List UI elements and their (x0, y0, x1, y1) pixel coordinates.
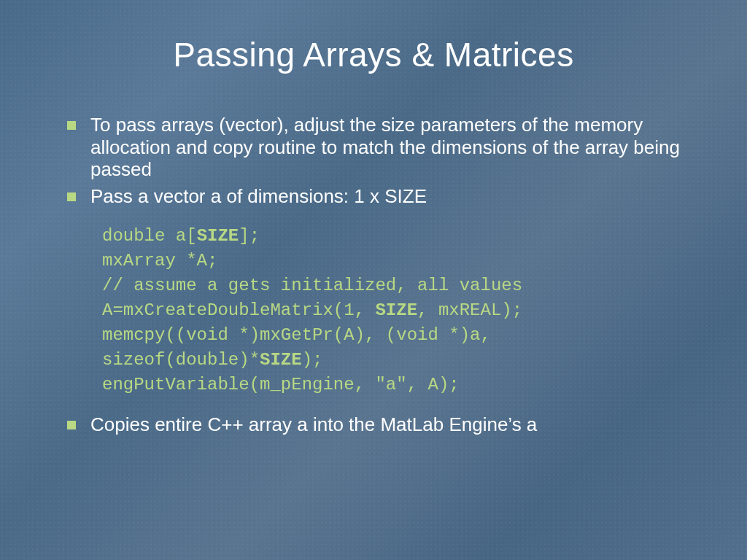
bullet-item: Pass a vector a of dimensions: 1 x SIZE (66, 185, 681, 208)
code-line: double a[SIZE]; (102, 224, 681, 249)
code-line: engPutVariable(m_pEngine, "a", A); (102, 373, 681, 397)
code-block: double a[SIZE]; mxArray *A; // assume a … (102, 224, 681, 398)
code-bold: SIZE (260, 350, 302, 370)
bullet-item: To pass arrays (vector), adjust the size… (66, 114, 681, 181)
bullet-list: To pass arrays (vector), adjust the size… (66, 114, 681, 208)
bullet-item: Copies entire C++ array a into the MatLa… (66, 413, 681, 436)
code-line: // assume a gets initialized, all values (102, 273, 681, 298)
code-text: ); (302, 350, 323, 370)
code-line: memcpy((void *)mxGetPr(A), (void *)a, si… (102, 323, 681, 373)
code-text: A=mxCreateDoubleMatrix(1, (102, 300, 375, 320)
code-text: , mxREAL); (417, 300, 522, 320)
code-line: A=mxCreateDoubleMatrix(1, SIZE, mxREAL); (102, 298, 681, 323)
code-text: ]; (239, 226, 260, 246)
slide-title: Passing Arrays & Matrices (66, 35, 681, 74)
code-bold: SIZE (375, 300, 417, 320)
code-text: double a[ (102, 226, 197, 246)
bullet-list: Copies entire C++ array a into the MatLa… (66, 413, 681, 436)
code-line: mxArray *A; (102, 249, 681, 273)
slide: Passing Arrays & Matrices To pass arrays… (0, 0, 747, 560)
code-bold: SIZE (197, 226, 239, 246)
